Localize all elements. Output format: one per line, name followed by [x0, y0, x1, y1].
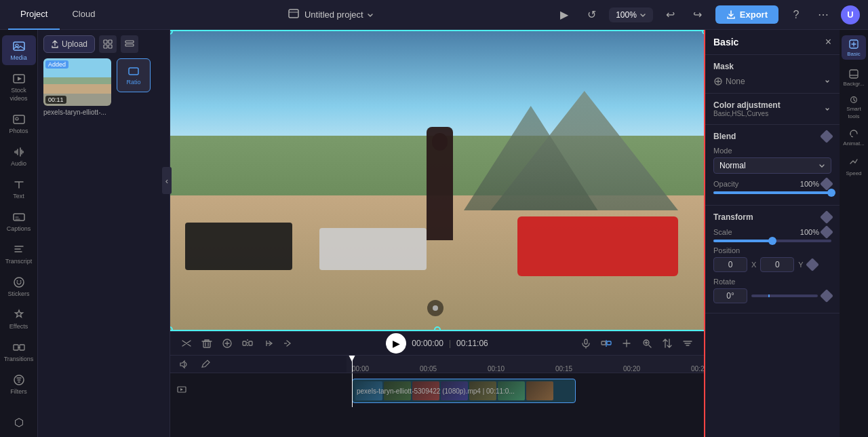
- media-panel-top: Added 00:11 pexels-taryn-elliott-... Rat…: [43, 58, 164, 116]
- media-toolbar: Upload: [43, 35, 164, 53]
- grid-view-button[interactable]: [99, 35, 117, 53]
- settings-timeline-button[interactable]: [679, 335, 696, 352]
- rotate-slider[interactable]: [751, 294, 818, 297]
- volume-button[interactable]: [176, 356, 192, 373]
- zoom-in-button[interactable]: [639, 335, 655, 352]
- replay-icon-btn[interactable]: ↺: [582, 5, 601, 24]
- blend-section: Blend Mode Normal Opacity 100%: [705, 125, 840, 206]
- edit-track-button[interactable]: [197, 356, 214, 373]
- blend-keyframe-icon[interactable]: [820, 130, 833, 143]
- sidebar-item-photos[interactable]: Photos: [2, 109, 36, 138]
- playhead[interactable]: [352, 356, 353, 373]
- rotate-input[interactable]: 0°: [713, 288, 747, 303]
- resize-handle-bl[interactable]: [170, 326, 173, 331]
- scale-row: Scale 100%: [713, 227, 831, 242]
- transform-keyframe-icon[interactable]: [820, 210, 833, 224]
- tab-background[interactable]: Backgr...: [842, 65, 866, 90]
- sidebar-item-captions[interactable]: Captions: [2, 206, 36, 236]
- play-button[interactable]: ▶: [386, 333, 406, 354]
- export-button[interactable]: Export: [715, 5, 778, 24]
- sidebar-item-stickers[interactable]: Stickers: [2, 271, 36, 301]
- tab-smart-tools[interactable]: Smart tools: [842, 95, 866, 119]
- tab-basic[interactable]: Basic: [842, 35, 866, 60]
- collapse-button[interactable]: ‹: [162, 167, 172, 194]
- zoom-control[interactable]: 100%: [609, 7, 653, 22]
- resize-handle-bm[interactable]: [434, 326, 441, 331]
- position-x-input[interactable]: 0: [713, 257, 747, 272]
- sidebar-item-label: Media: [10, 54, 27, 61]
- sidebar-item-audio[interactable]: Audio: [2, 141, 36, 171]
- avatar[interactable]: U: [841, 5, 860, 24]
- play-icon-btn[interactable]: ▶: [555, 5, 574, 24]
- media-thumbnail[interactable]: Added 00:11: [43, 58, 111, 106]
- settings-icon-btn[interactable]: ⬡: [9, 413, 28, 432]
- delete-tool[interactable]: [199, 335, 215, 352]
- topbar: Project Cloud Untitled project ▶ ↺ 100% …: [0, 0, 868, 30]
- undo-button[interactable]: ↩: [661, 5, 680, 24]
- tab-cloud[interactable]: Cloud: [60, 0, 107, 30]
- topbar-center: Untitled project: [288, 8, 374, 21]
- transform-title: Transform: [713, 212, 831, 222]
- video-clip[interactable]: pexels-taryn-elliott-5309422 (1080p).mp4…: [352, 379, 576, 403]
- position-row: Position 0 X 0 Y: [713, 246, 831, 272]
- sidebar-item-transcript[interactable]: Transcript: [2, 239, 36, 269]
- timeline: 00:00 00:05 00:10 00:15 00:20 00:25 00:3…: [170, 356, 704, 437]
- color-adj-row[interactable]: Color adjustment Basic,HSL,Curves: [713, 100, 831, 117]
- position-label: Position: [713, 246, 831, 254]
- split-at-playhead-button[interactable]: [598, 335, 614, 352]
- topbar-left: Project Cloud: [8, 0, 107, 30]
- sidebar-item-label: Text: [13, 193, 24, 200]
- sidebar-item-label: Filters: [10, 388, 27, 395]
- scale-keyframe-icon[interactable]: [820, 225, 833, 239]
- tab-speed[interactable]: Speed: [842, 155, 866, 179]
- add-tool[interactable]: [219, 335, 235, 352]
- sidebar-item-stock-videos[interactable]: Stock videos: [2, 68, 36, 106]
- trim-left-tool[interactable]: [260, 335, 276, 352]
- upload-button[interactable]: Upload: [43, 35, 95, 53]
- svg-rect-21: [203, 341, 210, 347]
- trim-right-tool[interactable]: [280, 335, 296, 352]
- mic-button[interactable]: [578, 335, 594, 352]
- timeline-track-area: 00:00 00:05 00:10 00:15 00:20 00:25 00:3…: [347, 356, 704, 437]
- detach-audio-button[interactable]: [618, 335, 635, 352]
- tab-animate[interactable]: Animat...: [842, 125, 866, 149]
- cut-tool[interactable]: [178, 335, 195, 352]
- sidebar-item-text[interactable]: Text: [2, 174, 36, 204]
- split-tool[interactable]: [239, 335, 256, 352]
- scale-slider[interactable]: [713, 240, 831, 242]
- video-preview: [170, 31, 704, 330]
- sidebar-item-effects[interactable]: Effects: [2, 304, 36, 334]
- playhead-head: [349, 356, 355, 362]
- playhead-line: [352, 373, 353, 407]
- media-filename: pexels-taryn-elliott-...: [43, 109, 111, 116]
- mask-row[interactable]: None: [713, 77, 831, 86]
- duration-display: 00:11:06: [456, 339, 488, 348]
- opacity-slider[interactable]: [713, 191, 831, 194]
- rotate-keyframe-icon[interactable]: [820, 289, 833, 303]
- project-name[interactable]: Untitled project: [304, 10, 374, 20]
- list-view-button[interactable]: [121, 35, 138, 53]
- help-icon-btn[interactable]: ?: [787, 5, 806, 24]
- fit-timeline-button[interactable]: [659, 335, 675, 352]
- blend-title: Blend: [713, 132, 831, 141]
- svg-point-10: [20, 280, 21, 282]
- timeline-right-tools: [578, 335, 696, 352]
- tab-project[interactable]: Project: [8, 0, 60, 30]
- track-area: pexels-taryn-elliott-5309422 (1080p).mp4…: [347, 373, 704, 407]
- rotate-label: Rotate: [713, 278, 831, 286]
- sidebar-item-media[interactable]: Media: [2, 35, 36, 65]
- redo-button[interactable]: ↪: [688, 5, 707, 24]
- sidebar-item-label: Stickers: [7, 290, 29, 297]
- rotate-row: Rotate 0°: [713, 278, 831, 303]
- ratio-button[interactable]: Ratio: [117, 58, 151, 92]
- sidebar-item-filters[interactable]: Filters: [2, 369, 36, 399]
- position-y-input[interactable]: 0: [760, 257, 794, 272]
- canvas-frame: [170, 30, 704, 331]
- right-panel-tabs: Basic Backgr... Smart tools Animat... Sp…: [840, 30, 868, 437]
- sidebar-item-transitions[interactable]: Transitions: [2, 337, 36, 366]
- more-icon-btn[interactable]: ⋯: [814, 5, 833, 24]
- position-keyframe-icon[interactable]: [806, 258, 819, 271]
- panel-close-button[interactable]: ×: [825, 37, 831, 48]
- blend-mode-select[interactable]: Normal: [713, 157, 831, 174]
- ruler-tick: 00:00: [352, 365, 369, 373]
